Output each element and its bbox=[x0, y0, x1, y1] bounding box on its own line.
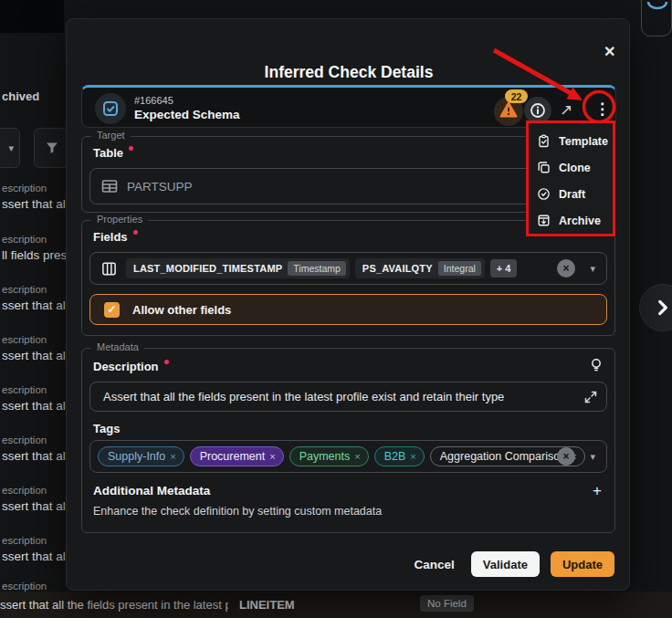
chevron-down-icon[interactable]: ▾ bbox=[590, 263, 595, 275]
cancel-button[interactable]: Cancel bbox=[409, 558, 460, 571]
additional-metadata-title: Additional Metadata bbox=[93, 484, 210, 498]
clear-icon: × bbox=[562, 262, 569, 275]
check-id: #166645 bbox=[134, 95, 173, 106]
field-chip: PS_AVAILQTY Integral bbox=[355, 258, 485, 278]
table-field-label: Table bbox=[93, 146, 133, 160]
update-button[interactable]: Update bbox=[551, 551, 614, 577]
metadata-section: Metadata Description Assert that all the… bbox=[81, 348, 615, 533]
tags-label: Tags bbox=[93, 422, 120, 435]
remove-tag-icon[interactable]: × bbox=[354, 451, 360, 462]
anomaly-count-badge: 22 bbox=[505, 89, 528, 103]
tag-chip: B2B× bbox=[374, 446, 425, 466]
inferred-check-details-modal: ✕ Inferred Check Details #166645 Expecte… bbox=[66, 18, 630, 591]
datasource-icon bbox=[643, 1, 672, 14]
table-row: escriptionssert that all f bbox=[2, 485, 66, 513]
table-row: escriptionssert that all f bbox=[2, 435, 66, 463]
more-actions-button[interactable]: ⋮ bbox=[594, 100, 607, 119]
tag-chip: Supply-Info× bbox=[98, 446, 184, 466]
info-icon bbox=[530, 102, 546, 119]
more-fields-chip[interactable]: + 4 bbox=[490, 259, 518, 278]
warning-triangle-icon bbox=[499, 100, 519, 119]
lightbulb-icon bbox=[589, 358, 604, 373]
table-row: escriptionssert that all f bbox=[2, 284, 66, 312]
archived-tab-fragment: chived bbox=[2, 89, 39, 103]
expand-icon[interactable] bbox=[584, 391, 597, 407]
menu-item-template[interactable]: Template bbox=[529, 128, 613, 154]
menu-item-archive[interactable]: Archive bbox=[529, 207, 613, 234]
toolbar-button-fragment[interactable] bbox=[641, 0, 672, 37]
funnel-icon bbox=[45, 141, 59, 155]
tags-select[interactable]: Supply-Info× Procurement× Payments× B2B×… bbox=[89, 440, 607, 473]
close-icon[interactable]: ✕ bbox=[604, 43, 615, 60]
plus-icon: + bbox=[593, 482, 602, 499]
allow-other-fields-option[interactable]: ✓ Allow other fields bbox=[89, 294, 607, 325]
page-title: Inferred Check Details bbox=[67, 63, 631, 82]
additional-metadata-hint: Enhance the check definition by setting … bbox=[93, 505, 382, 518]
clear-fields-button[interactable]: × bbox=[557, 259, 575, 278]
top-bar-fragment bbox=[0, 0, 64, 33]
table-row-label: escription bbox=[2, 581, 47, 592]
validate-button[interactable]: Validate bbox=[471, 551, 540, 577]
clear-tags-button[interactable]: × bbox=[557, 447, 575, 466]
remove-tag-icon[interactable]: × bbox=[269, 451, 275, 462]
clear-icon: × bbox=[562, 450, 569, 463]
background-dropdown-button[interactable]: ▾ bbox=[0, 128, 20, 168]
chevron-down-icon: ▾ bbox=[8, 142, 14, 154]
table-row: escriptionssert that all f bbox=[2, 535, 66, 563]
section-legend: Metadata bbox=[91, 341, 144, 352]
add-metadata-button[interactable]: + bbox=[593, 482, 602, 500]
remove-tag-icon[interactable]: × bbox=[410, 451, 415, 462]
expand-panel-button[interactable] bbox=[639, 284, 672, 331]
row-table-name: LINEITEM bbox=[239, 598, 295, 612]
table-row: escriptionssert that all f bbox=[2, 183, 66, 211]
suggest-description-button[interactable] bbox=[589, 358, 604, 377]
field-type-badge: Integral bbox=[438, 261, 481, 276]
allow-other-fields-checkbox[interactable]: ✓ bbox=[104, 302, 120, 318]
menu-item-clone[interactable]: Clone bbox=[529, 154, 613, 181]
required-dot bbox=[164, 360, 169, 364]
tag-chip: Payments× bbox=[289, 446, 369, 466]
section-legend: Properties bbox=[91, 214, 148, 225]
description-value: Assert that all the fields present in th… bbox=[103, 390, 504, 403]
archive-icon bbox=[537, 214, 551, 227]
table-value: PARTSUPP bbox=[127, 180, 193, 194]
menu-item-draft[interactable]: Draft bbox=[529, 181, 613, 207]
fields-select[interactable]: LAST_MODIFIED_TIMESTAMP Timestamp PS_AVA… bbox=[89, 252, 607, 285]
screen: chived ▾ escriptionssert that all f escr… bbox=[0, 0, 672, 618]
check-type-icon bbox=[102, 100, 119, 117]
fields-label: Fields bbox=[93, 230, 138, 244]
table-row-lineitem[interactable]: ssert that all the fields present in the… bbox=[0, 592, 672, 618]
template-icon bbox=[537, 134, 551, 148]
properties-section: Properties Fields LAST_MODIFIED_TIMESTAM… bbox=[81, 220, 615, 336]
field-chip: LAST_MODIFIED_TIMESTAMP Timestamp bbox=[126, 258, 350, 278]
check-icon: ✓ bbox=[107, 303, 116, 316]
external-link-icon: ↗ bbox=[560, 101, 572, 119]
required-dot bbox=[133, 230, 138, 235]
avatar bbox=[95, 93, 126, 124]
table-row: escriptionssert that all f bbox=[2, 384, 66, 413]
row-description: ssert that all the fields present in the… bbox=[0, 598, 228, 612]
table-row: escriptionll fields presen bbox=[2, 234, 66, 262]
required-dot bbox=[129, 146, 133, 151]
modal-footer: Cancel Validate Update bbox=[409, 551, 614, 577]
tag-chip: Procurement× bbox=[190, 446, 284, 466]
description-input[interactable]: Assert that all the fields present in th… bbox=[89, 382, 607, 412]
description-label: Description bbox=[93, 360, 169, 373]
no-field-badge: No Field bbox=[420, 595, 474, 612]
clone-icon bbox=[537, 161, 551, 174]
chevron-right-icon bbox=[653, 298, 672, 318]
field-type-badge: Timestamp bbox=[288, 261, 346, 276]
section-legend: Target bbox=[91, 130, 131, 141]
columns-icon bbox=[101, 261, 117, 277]
allow-other-fields-label: Allow other fields bbox=[132, 303, 231, 317]
check-name: Expected Schema bbox=[134, 108, 240, 121]
check-actions-menu: Template Clone Draft Archive bbox=[526, 120, 615, 236]
open-in-new-button[interactable]: ↗ bbox=[560, 100, 572, 120]
chevron-down-icon[interactable]: ▾ bbox=[590, 451, 595, 463]
remove-tag-icon[interactable]: × bbox=[170, 451, 175, 462]
table-icon bbox=[101, 179, 118, 194]
draft-icon bbox=[537, 187, 551, 201]
table-row: escriptionssert that all f bbox=[2, 334, 66, 362]
filter-button[interactable] bbox=[34, 128, 70, 168]
kebab-menu-icon: ⋮ bbox=[594, 100, 610, 118]
